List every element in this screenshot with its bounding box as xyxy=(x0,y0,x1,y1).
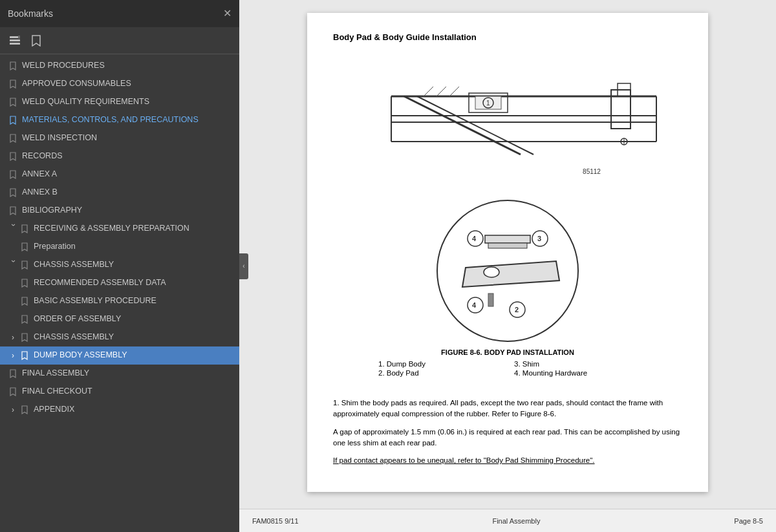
expand-arrow-appendix[interactable]: › xyxy=(8,405,18,415)
bookmark-label: DUMP BODY ASSEMBLY xyxy=(34,350,234,360)
bookmark-item-materials-controls[interactable]: MATERIALS, CONTROLS, AND PRECAUTIONS xyxy=(0,111,239,129)
body-text-3: If pad contact appears to be unequal, re… xyxy=(333,455,682,466)
svg-text:4: 4 xyxy=(472,301,477,309)
bookmark-label: RECOMMENDED ASSEMBLY DATA xyxy=(34,277,234,288)
svg-text:4: 4 xyxy=(472,235,477,242)
main-diagram: 1 xyxy=(339,51,676,193)
bookmark-label: BIBLIOGRAPHY xyxy=(22,205,234,215)
bookmark-icon xyxy=(8,97,18,107)
bookmark-label: WELD INSPECTION xyxy=(22,133,234,143)
sidebar-title: Bookmarks xyxy=(8,8,53,19)
bookmark-item-final-assembly[interactable]: FINAL ASSEMBLY xyxy=(0,365,239,383)
bookmark-icon xyxy=(8,133,18,144)
collapse-sidebar-button[interactable]: ‹ xyxy=(239,253,248,279)
section-title: Body Pad & Body Guide Installation xyxy=(333,32,682,42)
bookmark-item-order-assembly[interactable]: ORDER OF ASSEMBLY xyxy=(0,310,239,328)
bookmark-label: CHASSIS ASSEMBLY xyxy=(34,259,234,270)
bookmark-label: BASIC ASSEMBLY PROCEDURE xyxy=(34,295,234,306)
bookmark-icon xyxy=(8,187,18,198)
bookmark-icon xyxy=(19,350,30,361)
bookmark-icon xyxy=(19,332,30,343)
expand-arrow-dump[interactable]: › xyxy=(8,350,18,361)
bookmark-item-receiving-assembly[interactable]: › RECEIVING & ASSEMBLY PREPARATION xyxy=(0,220,239,238)
bookmark-label: WELD PROCEDURES xyxy=(22,60,234,70)
bookmark-icon xyxy=(8,368,18,379)
bookmark-icon xyxy=(19,314,30,325)
page-area: Body Pad & Body Guide Installation xyxy=(239,0,776,509)
svg-rect-27 xyxy=(485,235,530,243)
bookmark-icon xyxy=(8,79,18,89)
footer-part-number: FAM0815 9/11 xyxy=(252,517,299,525)
svg-rect-2 xyxy=(10,43,20,45)
svg-line-22 xyxy=(436,87,446,96)
bookmark-icon xyxy=(19,405,30,415)
expand-arrow-receiving[interactable]: › xyxy=(8,224,18,234)
detail-circle: 4 3 2 xyxy=(436,200,579,342)
bookmark-list: WELD PROCEDURES APPROVED CONSUMABLES WEL… xyxy=(0,54,239,532)
bookmark-icon xyxy=(8,61,18,71)
footer-page: Page 8-5 xyxy=(734,517,763,525)
bookmark-icon xyxy=(19,224,30,234)
bookmark-toolbar xyxy=(0,27,239,54)
bookmark-item-records[interactable]: RECORDS xyxy=(0,147,239,165)
bookmark-label: MATERIALS, CONTROLS, AND PRECAUTIONS xyxy=(22,114,234,125)
toolbar-bookmark-button[interactable] xyxy=(28,34,44,48)
bookmark-item-recommended-assembly[interactable]: RECOMMENDED ASSEMBLY DATA xyxy=(0,274,239,292)
svg-text:2: 2 xyxy=(515,306,519,314)
bookmark-icon xyxy=(8,169,18,180)
svg-text:1: 1 xyxy=(486,100,490,107)
expand-arrow-chassis-1[interactable]: › xyxy=(8,260,18,270)
svg-rect-3 xyxy=(18,36,20,39)
bookmark-label: ANNEX A xyxy=(22,169,234,179)
bookmark-icon xyxy=(8,151,18,162)
bookmark-item-bibliography[interactable]: BIBLIOGRAPHY xyxy=(0,202,239,220)
bookmark-icon xyxy=(19,296,30,306)
bookmark-label: ORDER OF ASSEMBLY xyxy=(34,314,234,324)
svg-line-23 xyxy=(449,87,459,96)
bookmark-label: APPENDIX xyxy=(34,404,234,414)
bookmark-label: Preparation xyxy=(34,241,234,251)
body-text-2: A gap of approximately 1.5 mm (0.06 in.)… xyxy=(333,427,682,449)
bookmark-item-basic-assembly[interactable]: BASIC ASSEMBLY PROCEDURE xyxy=(0,292,239,310)
bookmark-item-annex-a[interactable]: ANNEX A xyxy=(0,165,239,184)
bookmark-item-annex-b[interactable]: ANNEX B xyxy=(0,184,239,202)
page-footer: FAM0815 9/11 Final Assembly Page 8-5 xyxy=(239,509,776,532)
svg-rect-34 xyxy=(488,293,493,306)
bookmark-item-chassis-assembly-1[interactable]: › CHASSIS ASSEMBLY xyxy=(0,256,239,274)
bookmark-item-final-checkout[interactable]: FINAL CHECKOUT xyxy=(0,383,239,401)
bookmark-item-weld-quality[interactable]: WELD QUALITY REQUIREMENTS xyxy=(0,93,239,111)
bookmark-icon xyxy=(19,278,30,288)
bookmark-icon xyxy=(8,387,18,397)
bookmark-label: CHASSIS ASSEMBLY xyxy=(34,332,234,342)
svg-point-31 xyxy=(484,267,499,277)
bookmark-item-weld-procedures[interactable]: WELD PROCEDURES xyxy=(0,57,239,75)
bookmark-item-dump-body-assembly[interactable]: › DUMP BODY ASSEMBLY xyxy=(0,346,239,365)
toolbar-list-view-button[interactable] xyxy=(6,34,23,48)
bookmark-icon xyxy=(8,115,18,125)
bookmark-item-weld-inspection[interactable]: WELD INSPECTION xyxy=(0,129,239,147)
document-page: Body Pad & Body Guide Installation xyxy=(307,13,708,492)
bookmark-item-approved-consumables[interactable]: APPROVED CONSUMABLES xyxy=(0,75,239,93)
close-button[interactable]: ✕ xyxy=(223,8,232,19)
bookmark-item-chassis-assembly-2[interactable]: › CHASSIS ASSEMBLY xyxy=(0,328,239,346)
figure-legend: 1. Dump Body 3. Shim 2. Body Pad 4. Moun… xyxy=(378,360,637,377)
footer-section: Final Assembly xyxy=(492,517,540,525)
body-text-1: 1. Shim the body pads as required. All p… xyxy=(333,398,682,420)
legend-item-1: 1. Dump Body xyxy=(378,360,501,368)
legend-item-4: 4. Mounting Hardware xyxy=(514,369,637,377)
bookmark-icon xyxy=(19,260,30,270)
sidebar-header: Bookmarks ✕ xyxy=(0,0,239,27)
svg-text:3: 3 xyxy=(537,235,541,242)
bookmark-item-preparation[interactable]: Preparation xyxy=(0,238,239,256)
svg-rect-28 xyxy=(488,243,527,248)
bookmark-icon xyxy=(8,206,18,216)
expand-arrow-chassis-2[interactable]: › xyxy=(8,332,18,343)
main-content: Body Pad & Body Guide Installation xyxy=(239,0,776,532)
bookmark-label: FINAL CHECKOUT xyxy=(22,386,234,396)
svg-text:85112: 85112 xyxy=(583,168,601,175)
bookmark-item-appendix[interactable]: › APPENDIX xyxy=(0,401,239,419)
bookmark-label: ANNEX B xyxy=(22,187,234,197)
bookmark-label: APPROVED CONSUMABLES xyxy=(22,78,234,89)
bookmark-label: WELD QUALITY REQUIREMENTS xyxy=(22,96,234,107)
bookmark-label: RECEIVING & ASSEMBLY PREPARATION xyxy=(34,223,234,233)
